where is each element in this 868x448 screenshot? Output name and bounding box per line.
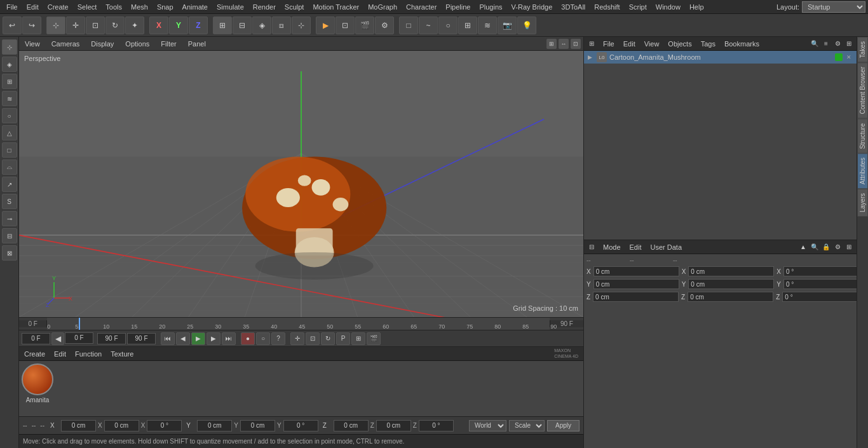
attr-y-size[interactable] [688,279,774,289]
world-select[interactable]: World Object [469,420,506,431]
sidebar-btn-11[interactable]: ⊸ [2,211,17,226]
timeline[interactable]: 0 F 0 5 10 15 20 25 30 35 40 45 50 55 60… [19,317,583,330]
record-button[interactable]: ● [241,332,255,345]
attributes-search-icon[interactable]: 🔍 [810,242,820,252]
sidebar-btn-8[interactable]: ⌓ [2,160,17,175]
obj-close-mushroom[interactable]: ✕ [845,53,853,61]
bottom-texture-menu[interactable]: Texture [108,349,136,359]
attr-z-size[interactable] [688,292,773,302]
bottom-create-menu[interactable]: Create [22,349,48,359]
attributes-settings-icon[interactable]: ⚙ [832,242,843,252]
attr-y-pos[interactable] [593,279,679,289]
coord-z-rot[interactable] [419,420,454,431]
frame-preview-max[interactable] [97,333,126,344]
scale-keys-button[interactable]: ⊡ [306,332,320,345]
redo-button[interactable]: ↪ [22,17,41,34]
sidebar-btn-10[interactable]: S [2,194,17,209]
bottom-edit-menu[interactable]: Edit [51,349,69,359]
material-thumbnail[interactable] [22,363,53,395]
attr-x-pos[interactable] [593,266,679,276]
object-mode-button[interactable]: ⊞ [213,17,232,34]
coord-x-rot[interactable] [147,420,182,431]
viewport-cameras-menu[interactable]: Cameras [48,39,83,48]
point-mode-button[interactable]: ⊹ [292,17,311,34]
menu-window[interactable]: Window [652,2,684,12]
attr-z-rot[interactable] [782,292,868,302]
keyframe-button[interactable]: ⊞ [351,332,365,345]
menu-3dtoall[interactable]: 3DToAll [557,2,589,12]
coord-y-size[interactable] [240,420,275,431]
select-model-button[interactable]: ⊹ [46,17,65,34]
move-button[interactable]: ✛ [66,17,85,34]
menu-animate[interactable]: Animate [179,2,212,12]
frame-preview-min[interactable] [65,332,93,344]
record-help[interactable]: ? [271,332,285,345]
scale-button[interactable]: ⊡ [86,17,105,34]
menu-render[interactable]: Render [249,2,280,12]
menu-motion-tracker[interactable]: Motion Tracker [309,2,363,12]
attributes-expand-icon[interactable]: ⊞ [844,242,854,252]
polygon-mode-button[interactable]: ◈ [252,17,271,34]
y-axis-button[interactable]: Y [169,17,188,34]
nurbs-button[interactable]: ○ [438,17,458,34]
material-item[interactable]: Amanita [22,363,53,404]
spline-button[interactable]: ~ [419,17,438,34]
rotate-keys-button[interactable]: ↻ [321,332,335,345]
menu-simulate[interactable]: Simulate [213,2,248,12]
objects-objects-menu[interactable]: Objects [665,39,694,49]
menu-character[interactable]: Character [402,2,440,12]
param-button[interactable]: P [336,332,350,345]
menu-sculpt[interactable]: Sculpt [281,2,308,12]
menu-create[interactable]: Create [44,2,72,12]
deformer-button[interactable]: ≋ [478,17,497,34]
coord-y-pos[interactable] [197,420,232,431]
x-axis-button[interactable]: X [149,17,168,34]
sidebar-btn-1[interactable]: ⊹ [2,39,17,55]
objects-filter-icon[interactable]: ≡ [821,39,831,49]
timeline-ruler[interactable]: 0 5 10 15 20 25 30 35 40 45 50 55 60 65 … [47,318,550,330]
sidebar-btn-3[interactable]: ⊞ [2,74,17,89]
go-last-button[interactable]: ⏭ [222,332,236,345]
tab-takes[interactable]: Takes [857,37,868,62]
layout-select[interactable]: Startup Standard [802,1,865,13]
frame-start-input[interactable] [22,333,50,344]
coord-z-size[interactable] [376,420,411,431]
objects-settings-icon[interactable]: ⚙ [832,39,843,49]
menu-vray[interactable]: V-Ray Bridge [508,2,557,12]
move-keys-button[interactable]: ✛ [290,332,304,345]
menu-pipeline[interactable]: Pipeline [442,2,474,12]
undo-button[interactable]: ↩ [3,17,22,34]
tab-layers[interactable]: Layers [857,189,868,217]
render-region-button[interactable]: ⊡ [336,17,355,34]
animation-mode-button[interactable]: 🎬 [367,332,381,345]
attributes-mode-menu[interactable]: Mode [600,242,623,252]
menu-mesh[interactable]: Mesh [127,2,152,12]
attr-y-rot[interactable] [783,279,868,289]
menu-edit[interactable]: Edit [23,2,43,12]
sidebar-btn-5[interactable]: ○ [2,108,17,123]
sidebar-btn-9[interactable]: ↗ [2,177,17,192]
coord-x-size[interactable] [104,420,139,431]
render-view-button[interactable]: ▶ [316,17,335,34]
frame-end-input[interactable] [127,333,156,344]
viewport-display-menu[interactable]: Display [88,39,117,48]
objects-tags-menu[interactable]: Tags [698,39,718,49]
viewport-view-menu[interactable]: View [22,39,43,48]
prev-frame-button[interactable]: ◀ [176,332,190,345]
obj-color-mushroom[interactable] [835,53,843,61]
viewport[interactable]: Perspective Grid Spacing : 10 cm X Y Z [19,51,583,317]
menu-file[interactable]: File [3,2,22,12]
record-toggle[interactable]: ○ [256,332,270,345]
vp-icon-1[interactable]: ⊞ [546,39,557,49]
sidebar-btn-13[interactable]: ⊠ [2,245,17,261]
edge-mode-button[interactable]: ⧈ [272,17,291,34]
menu-select[interactable]: Select [74,2,101,12]
sidebar-btn-4[interactable]: ≋ [2,91,17,106]
attributes-userdata-menu[interactable]: User Data [648,242,685,252]
sidebar-btn-2[interactable]: ◈ [2,57,17,72]
objects-edit-menu[interactable]: Edit [621,39,638,49]
coord-x-pos[interactable] [61,420,96,431]
object-row-mushroom[interactable]: ▶ L0 Cartoon_Amanita_Mushroom ✕ [584,51,857,64]
coord-z-pos[interactable] [334,420,369,431]
z-axis-button[interactable]: Z [189,17,208,34]
